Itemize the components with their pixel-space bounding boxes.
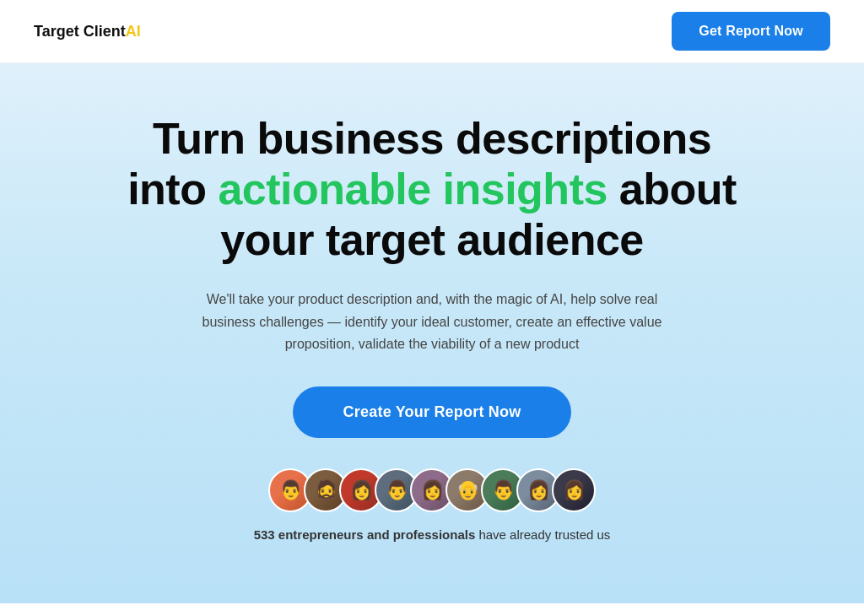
logo: Target Client AI bbox=[34, 23, 141, 41]
trusted-text: 533 entrepreneurs and professionals have… bbox=[254, 527, 611, 542]
logo-text: Target Client bbox=[34, 23, 126, 41]
hero-section: Turn business descriptions into actionab… bbox=[0, 63, 864, 603]
hero-headline: Turn business descriptions into actionab… bbox=[103, 114, 761, 265]
trusted-label: entrepreneurs and professionals bbox=[275, 527, 476, 542]
headline-part1: Turn business descriptions bbox=[153, 114, 711, 163]
headline-highlight: actionable insights bbox=[218, 165, 607, 213]
avatar-image: 👩 bbox=[554, 470, 594, 511]
trusted-count: 533 bbox=[254, 527, 275, 542]
avatar-row: 👨 🧔 👩 👨 👩 👴 👨 👩 👩 bbox=[268, 468, 596, 512]
trusted-suffix: have already trusted us bbox=[475, 527, 610, 542]
get-report-button[interactable]: Get Report Now bbox=[672, 12, 830, 51]
headline-part2: into bbox=[127, 165, 218, 213]
navbar: Target Client AI Get Report Now bbox=[0, 0, 864, 63]
hero-subtext: We'll take your product description and,… bbox=[196, 289, 668, 355]
avatar: 👩 bbox=[552, 468, 596, 512]
create-report-button[interactable]: Create Your Report Now bbox=[293, 386, 572, 438]
logo-ai: AI bbox=[126, 23, 141, 41]
